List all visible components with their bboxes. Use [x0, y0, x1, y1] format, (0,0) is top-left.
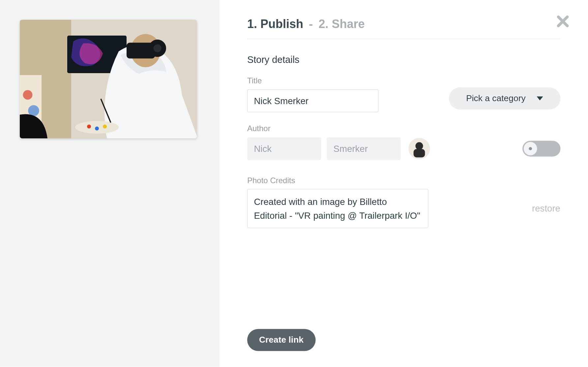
author-last-input[interactable]	[327, 137, 400, 160]
toggle-knob	[523, 142, 537, 155]
step-next[interactable]: 2. Share	[318, 17, 365, 31]
title-row: Title Pick a category	[247, 76, 560, 112]
step-separator: -	[309, 17, 313, 31]
svg-point-13	[23, 90, 33, 100]
credits-label: Photo Credits	[247, 176, 560, 185]
story-preview-image	[20, 20, 197, 138]
wizard-steps: 1. Publish - 2. Share	[247, 17, 560, 39]
author-avatar[interactable]	[409, 138, 430, 159]
section-heading: Story details	[247, 54, 560, 65]
preview-pane	[0, 0, 220, 367]
author-visible-toggle[interactable]	[522, 141, 560, 156]
svg-point-8	[87, 125, 91, 128]
svg-point-9	[95, 127, 99, 130]
close-icon	[556, 14, 570, 28]
svg-rect-17	[414, 149, 425, 157]
svg-point-10	[103, 125, 107, 128]
title-label: Title	[247, 76, 378, 86]
restore-link[interactable]: restore	[532, 203, 560, 214]
close-button[interactable]	[555, 14, 571, 29]
credits-input[interactable]	[247, 189, 428, 228]
create-link-button[interactable]: Create link	[247, 329, 315, 351]
form-pane: 1. Publish - 2. Share Story details Titl…	[220, 0, 588, 367]
dialog-footer: Create link	[247, 317, 560, 351]
title-input[interactable]	[247, 89, 378, 112]
author-first-input[interactable]	[247, 137, 321, 160]
svg-point-6	[154, 44, 162, 52]
credits-row: restore	[247, 189, 560, 228]
category-dropdown[interactable]: Pick a category	[449, 87, 560, 109]
chevron-down-icon	[537, 96, 543, 100]
publish-dialog: 1. Publish - 2. Share Story details Titl…	[0, 0, 588, 367]
author-label: Author	[247, 124, 560, 133]
author-row	[247, 137, 560, 160]
step-current: 1. Publish	[247, 17, 303, 31]
toggle-dot-icon	[529, 147, 532, 150]
category-placeholder: Pick a category	[466, 93, 525, 103]
